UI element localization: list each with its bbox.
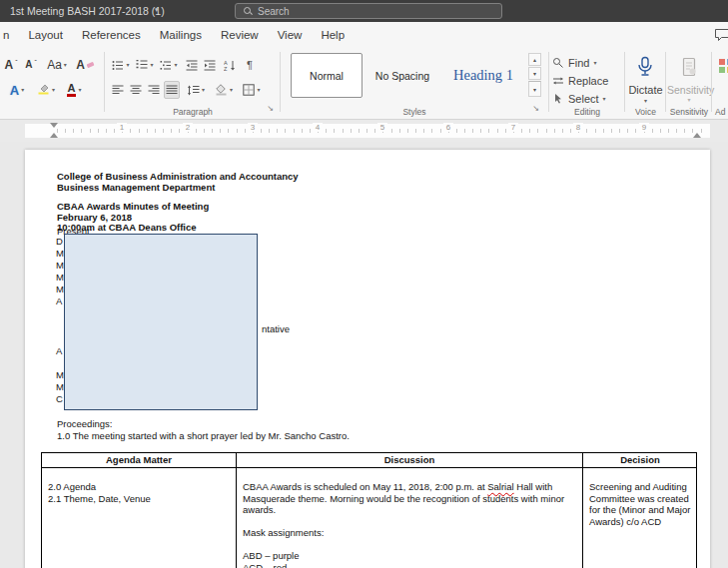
mask-item-2: ACD – red [243,562,576,568]
align-center-button[interactable] [128,81,144,99]
increase-indent-icon [204,60,216,71]
indent-marker-left[interactable] [50,123,58,138]
ruler-number: 2 [183,123,193,132]
increase-indent-button[interactable] [202,56,218,74]
numbering-button[interactable]: ▾ [134,56,156,74]
change-case-button[interactable]: Aa▾ [44,56,70,74]
multilevel-caret-icon: ▾ [174,62,177,68]
search-input[interactable]: Search [235,3,502,19]
sensitivity-button[interactable] [678,55,700,79]
text-effects-button[interactable]: A▾ [6,81,28,99]
ribbon-tab-row: n Layout References Mailings Review View… [0,22,728,48]
meeting-table: Agenda Matter Discussion Decision 2.0 Ag… [41,452,697,568]
borders-caret-icon: ▾ [257,87,260,93]
mask-assignments-label: Mask assignments: [243,527,576,539]
indent-marker-right[interactable] [693,133,701,138]
pilcrow-button[interactable]: ¶ [242,56,258,74]
proceedings-label: Proceedings: [57,418,112,429]
grow-font-button[interactable]: Aˆ [2,56,20,74]
paragraph-dialog-launcher[interactable]: ↘ [267,104,274,113]
dictate-caret-icon[interactable]: ▾ [627,98,664,104]
highlight-caret-icon: ▾ [52,87,55,93]
ruler-number: 3 [248,123,258,132]
styles-dialog-launcher[interactable]: ↘ [532,104,539,113]
tab-mailings[interactable]: Mailings [160,29,202,41]
voice-group-label: Voice [627,107,664,117]
align-left-button[interactable] [110,81,126,99]
numbering-icon [136,60,148,71]
style-normal[interactable]: Normal [291,53,363,98]
select-label: Select [568,93,599,105]
tab-layout[interactable]: Layout [28,29,63,41]
justify-button[interactable] [164,81,180,99]
dictate-button[interactable] [633,54,657,80]
group-separator [548,52,549,112]
pilcrow-icon: ¶ [247,59,253,71]
borders-button[interactable]: ▾ [240,81,264,99]
redaction-rectangle-shape[interactable] [64,234,258,410]
replace-icon [552,75,564,87]
bullets-button[interactable]: ▾ [110,56,132,74]
ruler-number: 4 [313,123,323,132]
grow-font-icon: A [4,59,13,71]
clear-formatting-button[interactable]: A [74,56,96,74]
svg-text:Z: Z [224,66,228,71]
tab-references[interactable]: References [82,29,141,41]
agenda-item-2: 2.1 Theme, Date, Venue [48,493,230,505]
document-title[interactable]: 1st Meeting BASH 2017-2018 (1) [10,5,165,17]
styles-gallery-expand-button[interactable]: ▾ [528,81,541,97]
text-effects-icon: A [10,84,19,97]
font-color-button[interactable]: A▾ [62,81,86,99]
addins-button[interactable] [717,56,728,76]
decrease-indent-button[interactable] [184,56,200,74]
styles-scroll-down-button[interactable]: ▾ [528,67,541,80]
align-right-button[interactable] [146,81,162,99]
sort-button[interactable]: AZ [220,56,240,74]
tab-review[interactable]: Review [221,29,259,41]
ruler-number: 7 [508,123,518,132]
decision-cell: Screening and Auditing Committee was cre… [583,468,697,568]
shading-button[interactable]: ▾ [212,81,236,99]
select-button[interactable]: Select ▾ [552,93,606,105]
select-icon [552,93,564,105]
style-heading-1-label: Heading 1 [453,67,513,84]
title-chevron-down-icon[interactable]: ▾ [155,6,159,14]
shrink-mark-icon: ˇ [34,59,36,66]
bullets-caret-icon: ▾ [126,62,129,68]
ribbon: Aˆ Aˇ Aa▾ A A▾ ▾ A▾ ▾ [0,48,728,120]
replace-button[interactable]: Replace [552,75,608,87]
sensitivity-caret-icon: ▾ [667,97,711,103]
addins-icon [718,58,728,74]
style-heading-1[interactable]: Heading 1 [442,53,524,98]
shrink-font-button[interactable]: Aˇ [22,56,40,74]
font-color-icon: A [67,83,77,98]
search-icon [244,7,252,15]
grow-mark-icon: ˆ [15,59,17,66]
find-icon [552,57,564,69]
styles-scroll-up-button[interactable]: ▴ [528,53,541,66]
group-separator [665,52,666,112]
eraser-icon [86,62,94,69]
document-canvas: College of Business Administration and A… [0,142,728,568]
name-fragment: C [56,393,63,404]
name-fragment: M [56,284,64,294]
document-page[interactable]: College of Business Administration and A… [25,150,710,568]
decision-text: Screening and Auditing Committee was cre… [589,481,690,527]
line-spacing-button[interactable]: ▾ [184,81,208,99]
misspelled-word: Salrial [487,481,513,492]
text-highlight-button[interactable]: ▾ [34,81,58,99]
comments-icon[interactable] [714,28,728,45]
header-agenda-matter: Agenda Matter [42,453,236,467]
style-no-spacing[interactable]: No Spacing [366,53,438,98]
multilevel-list-button[interactable]: ▾ [158,56,180,74]
tab-design-partial[interactable]: n [3,29,9,41]
department-line: Business Management Department [57,182,215,193]
name-fragment: A [56,295,62,306]
name-fragment: M [56,260,64,271]
tab-view[interactable]: View [278,29,303,41]
mask-item-1: ABD – purple [243,550,576,562]
name-fragment: A [56,345,62,356]
styles-group-label: Styles [284,107,545,117]
tab-help[interactable]: Help [321,29,345,41]
find-button[interactable]: Find ▾ [552,57,596,69]
